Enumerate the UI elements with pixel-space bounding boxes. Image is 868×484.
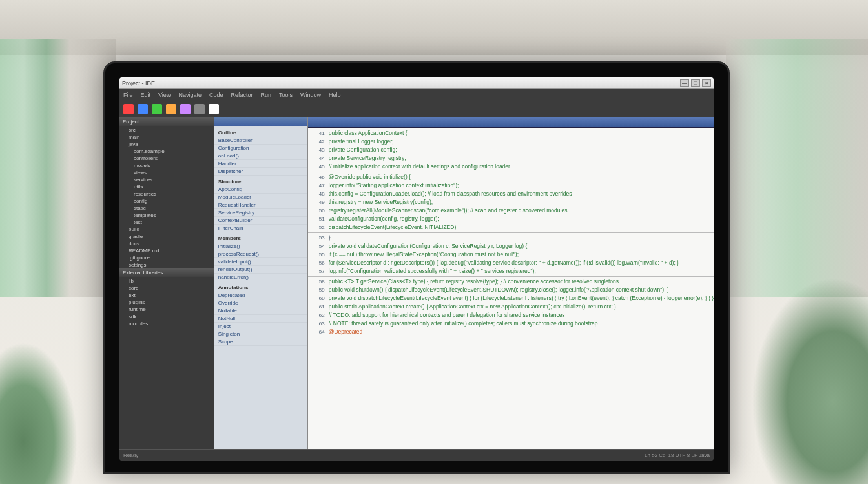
structure-item[interactable]: Configuration <box>214 145 307 152</box>
menu-refactor[interactable]: Refactor <box>231 92 253 98</box>
minimize-button[interactable]: — <box>680 79 689 87</box>
menu-window[interactable]: Window <box>300 92 321 98</box>
tree-item[interactable]: docs <box>119 240 214 247</box>
tree-item[interactable]: test <box>119 219 214 226</box>
structure-item[interactable]: onLoad() <box>214 152 307 160</box>
structure-item[interactable]: initialize() <box>214 243 307 250</box>
tree-item[interactable]: utils <box>119 183 214 190</box>
maximize-button[interactable]: □ <box>691 79 700 87</box>
tree-item[interactable]: com.example <box>119 148 214 155</box>
stop-icon[interactable] <box>194 104 205 114</box>
code-line[interactable]: 51 validateConfiguration(config, registr… <box>308 215 714 223</box>
structure-item[interactable]: ServiceRegistry <box>214 209 307 217</box>
code-line[interactable]: 62 // TODO: add support for hierarchical… <box>308 311 714 319</box>
structure-item[interactable]: Inject <box>214 323 307 330</box>
tree-item[interactable]: gradle <box>119 233 214 240</box>
tree-item[interactable]: sdk <box>119 313 214 320</box>
code-line[interactable]: 52 dispatchLifecycleEvent(LifecycleEvent… <box>308 223 714 232</box>
structure-item[interactable]: AppConfig <box>214 186 307 194</box>
code-line[interactable]: 48 this.config = ConfigurationLoader.loa… <box>308 190 714 198</box>
code-line[interactable]: 45 // Initialize application context wit… <box>308 163 714 171</box>
libraries-section-title[interactable]: External Libraries <box>119 268 214 277</box>
code-line[interactable]: 41public class ApplicationContext { <box>308 129 714 137</box>
structure-item[interactable]: NotNull <box>214 315 307 323</box>
close-button[interactable]: × <box>702 79 711 87</box>
code-line[interactable]: 64 @Deprecated <box>308 328 714 336</box>
profile-icon[interactable] <box>180 104 191 114</box>
code-line[interactable]: 47 logger.info("Starting application con… <box>308 181 714 190</box>
titlebar[interactable]: Project - IDE — □ × <box>119 77 714 89</box>
tree-item[interactable]: models <box>119 162 214 169</box>
code-line[interactable]: 53 } <box>308 234 714 242</box>
tree-item[interactable]: .gitignore <box>119 254 214 261</box>
tree-item[interactable]: controllers <box>119 155 214 162</box>
code-line[interactable]: 49 this.registry = new ServiceRegistry(c… <box>308 198 714 207</box>
code-line[interactable]: 44 private ServiceRegistry registry; <box>308 154 714 163</box>
structure-item[interactable]: renderOutput() <box>214 266 307 274</box>
tree-item[interactable]: lib <box>119 277 214 285</box>
tree-item[interactable]: java <box>119 141 214 148</box>
menu-run[interactable]: Run <box>260 92 271 98</box>
editor-tab[interactable] <box>308 117 714 128</box>
code-line[interactable]: 50 registry.registerAll(ModuleScanner.sc… <box>308 207 714 215</box>
menu-edit[interactable]: Edit <box>141 92 151 98</box>
code-line[interactable]: 55 if (c == null) throw new IllegalState… <box>308 250 714 259</box>
tree-item[interactable]: ext <box>119 292 214 299</box>
menu-file[interactable]: File <box>123 92 133 98</box>
menu-tools[interactable]: Tools <box>279 92 293 98</box>
tree-item[interactable]: README.md <box>119 247 214 254</box>
code-line[interactable]: 46 @Override public void initialize() { <box>308 173 714 181</box>
status-right[interactable]: Ln 52 Col 18 UTF-8 LF Java <box>645 452 710 458</box>
structure-item[interactable]: Override <box>214 299 307 307</box>
code-line[interactable]: 63 // NOTE: thread safety is guaranteed … <box>308 319 714 328</box>
structure-item[interactable]: Deprecated <box>214 292 307 299</box>
code-line[interactable]: 57 log.info("Configuration validated suc… <box>308 267 714 276</box>
tree-item[interactable]: plugins <box>119 299 214 306</box>
code-line[interactable]: 60 private void dispatchLifecycleEvent(L… <box>308 294 714 303</box>
code-line[interactable]: 59 public void shutdown() { dispatchLife… <box>308 286 714 294</box>
structure-item[interactable]: handleError() <box>214 274 307 281</box>
structure-item[interactable]: RequestHandler <box>214 201 307 209</box>
structure-item[interactable]: Singleton <box>214 330 307 338</box>
structure-item[interactable]: Nullable <box>214 307 307 315</box>
structure-header[interactable] <box>214 117 307 126</box>
structure-item[interactable]: Scope <box>214 338 307 346</box>
structure-item[interactable]: ContextBuilder <box>214 217 307 225</box>
debug-icon[interactable] <box>138 104 148 114</box>
tree-item[interactable]: static <box>119 205 214 212</box>
tree-item[interactable]: templates <box>119 212 214 219</box>
code-area[interactable]: 41public class ApplicationContext {42 pr… <box>308 128 714 449</box>
tree-item[interactable]: services <box>119 176 214 183</box>
tree-item[interactable]: build <box>119 226 214 233</box>
code-line[interactable]: 56 for (ServiceDescriptor d : r.getDescr… <box>308 259 714 267</box>
menu-help[interactable]: Help <box>329 92 341 98</box>
code-line[interactable]: 54 private void validateConfiguration(Co… <box>308 242 714 250</box>
build-icon[interactable] <box>166 104 176 114</box>
code-line[interactable]: 61 public static ApplicationContext crea… <box>308 303 714 311</box>
tree-item[interactable]: views <box>119 169 214 176</box>
structure-item[interactable]: validateInput() <box>214 258 307 266</box>
code-line[interactable]: 58 public <T> T getService(Class<T> type… <box>308 277 714 286</box>
tree-item[interactable]: core <box>119 285 214 292</box>
menu-navigate[interactable]: Navigate <box>178 92 202 98</box>
code-line[interactable]: 42 private final Logger logger; <box>308 137 714 146</box>
project-section-title[interactable]: Project <box>119 117 214 126</box>
tree-item[interactable]: main <box>119 134 214 141</box>
tree-item[interactable]: runtime <box>119 306 214 313</box>
record-icon[interactable] <box>123 104 134 114</box>
tree-item[interactable]: config <box>119 197 214 205</box>
structure-item[interactable]: Handler <box>214 160 307 168</box>
tree-item[interactable]: modules <box>119 320 214 327</box>
sync-icon[interactable] <box>209 104 219 114</box>
run-icon[interactable] <box>152 104 162 114</box>
structure-item[interactable]: processRequest() <box>214 250 307 258</box>
structure-item[interactable]: Dispatcher <box>214 168 307 176</box>
structure-item[interactable]: ModuleLoader <box>214 194 307 201</box>
structure-item[interactable]: FilterChain <box>214 225 307 232</box>
menu-code[interactable]: Code <box>209 92 223 98</box>
structure-item[interactable]: BaseController <box>214 137 307 145</box>
tree-item[interactable]: settings <box>119 261 214 268</box>
tree-item[interactable]: src <box>119 126 214 134</box>
code-line[interactable]: 43 private Configuration config; <box>308 146 714 154</box>
menu-view[interactable]: View <box>158 92 170 98</box>
